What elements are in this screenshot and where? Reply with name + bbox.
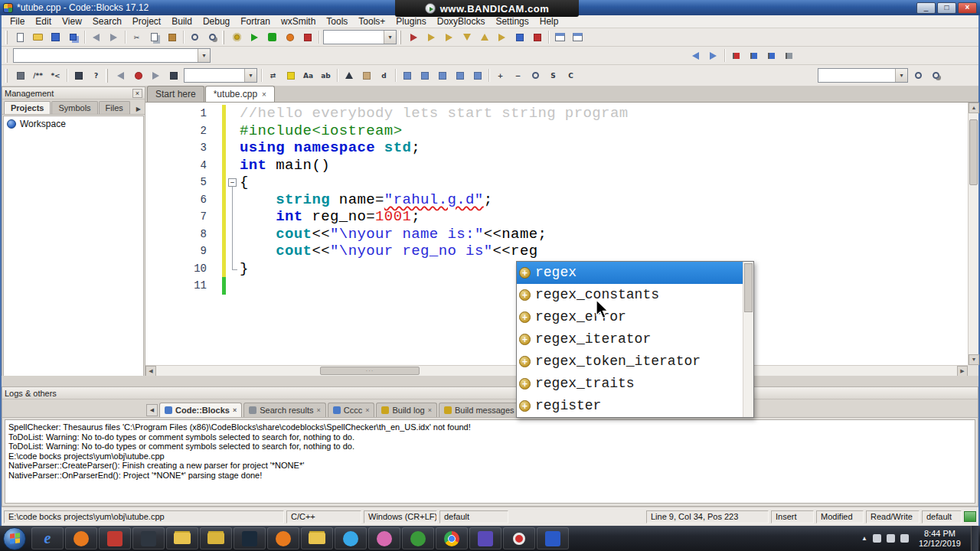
undo-button[interactable] (87, 30, 105, 45)
close-panel-button[interactable]: × (132, 89, 142, 98)
next-line-button[interactable] (440, 30, 458, 45)
spell-check-button[interactable]: ab (317, 68, 335, 83)
taskbar-app-folder-2[interactable] (301, 527, 333, 549)
close-tab-icon[interactable]: × (262, 90, 266, 99)
open-file-button[interactable] (29, 30, 47, 45)
scroll-down-icon[interactable]: ▼ (969, 354, 979, 365)
hidden-icons-button[interactable]: ▲ (861, 535, 867, 542)
close-tab-icon[interactable]: × (316, 406, 320, 414)
minimize-button[interactable]: _ (916, 2, 936, 14)
replace-button[interactable] (204, 30, 221, 45)
management-tab-projects[interactable]: Projects (4, 101, 51, 114)
taskbar-app-internet-explorer[interactable]: e (31, 527, 64, 549)
doxyblocks-comment-button[interactable]: /** (29, 68, 47, 83)
forward-button[interactable] (704, 48, 722, 64)
tray-icon[interactable] (873, 534, 881, 543)
close-button[interactable]: × (958, 2, 977, 14)
taskbar-app-media-app[interactable] (469, 527, 501, 549)
taskbar-app-folder[interactable] (166, 527, 198, 549)
cscope-button[interactable]: C (562, 68, 580, 83)
highlight-language-button[interactable]: Aa (299, 68, 317, 83)
taskbar-clock[interactable]: 8:44 PM 12/12/2019 (914, 529, 965, 549)
taskbar-app-record[interactable] (503, 527, 535, 549)
taskbar-app-skype[interactable] (335, 527, 367, 549)
clear-bookmarks-button[interactable] (780, 48, 798, 64)
log-tab-cccc[interactable]: Cccc× (328, 403, 375, 417)
autocomplete-item-register[interactable]: +register (517, 395, 743, 417)
menu-item-debug[interactable]: Debug (198, 15, 235, 28)
print-button[interactable] (11, 68, 29, 83)
various-info-button[interactable] (569, 30, 586, 45)
editor-tab-start-here[interactable]: Start here (147, 86, 204, 102)
help-button[interactable]: ? (87, 68, 105, 83)
fortran-prev-button[interactable] (112, 68, 129, 83)
vertical-scroll-thumb[interactable] (969, 119, 978, 185)
search-combo[interactable]: ▾ (818, 68, 908, 83)
taskbar-app-paint[interactable] (368, 527, 400, 549)
tab-overflow-icon[interactable]: ▶ (134, 106, 143, 114)
build-target-combo[interactable]: ▾ (323, 30, 397, 44)
incremental-search-button[interactable] (910, 68, 927, 83)
abort-build-button[interactable] (299, 30, 316, 45)
autocomplete-item-regex[interactable]: +regex (517, 262, 743, 284)
scroll-left-icon[interactable]: ◀ (145, 366, 156, 377)
close-tab-icon[interactable]: × (365, 406, 369, 414)
fortran-target-combo[interactable]: ▾ (184, 68, 257, 83)
pointer-tool-button[interactable] (340, 68, 358, 83)
compiler-target-combo[interactable]: ▾ (13, 48, 211, 63)
taskbar-app-red-app[interactable] (99, 527, 131, 549)
thread-search-button[interactable]: S (544, 68, 562, 83)
menu-item-build[interactable]: Build (166, 15, 198, 28)
wxsmith-edit-button[interactable] (358, 68, 375, 83)
autocomplete-item-regex_token_iterator[interactable]: +regex_token_iterator (517, 350, 743, 373)
next-bookmark-button[interactable] (763, 48, 780, 64)
taskbar-app-file-explorer[interactable] (200, 527, 232, 549)
tab-scroll-left-button[interactable]: ◀ (146, 404, 158, 416)
close-tab-icon[interactable]: × (428, 406, 432, 414)
autocomplete-item-regex_constants[interactable]: +regex_constants (517, 284, 743, 306)
copy-button[interactable] (145, 30, 163, 45)
autocomplete-item-regex_traits[interactable]: +regex_traits (517, 373, 743, 395)
menu-item-tools[interactable]: Tools (321, 15, 353, 28)
menu-item-settings[interactable]: Settings (490, 15, 534, 28)
build-button[interactable] (228, 30, 246, 45)
stop-debugger-button[interactable] (528, 30, 546, 45)
fortran-stop-button[interactable] (129, 68, 147, 83)
wxsmith-tool-4-button[interactable] (451, 68, 469, 83)
doxyblocks-extract-button[interactable]: *< (47, 68, 64, 83)
management-tab-symbols[interactable]: Symbols (51, 101, 97, 114)
log-tab-build-log[interactable]: Build log× (376, 403, 436, 417)
run-to-cursor-button[interactable] (423, 30, 440, 45)
autocomplete-item-regex_iterator[interactable]: +regex_iterator (517, 328, 743, 350)
rebuild-button[interactable] (281, 30, 299, 45)
menu-item-view[interactable]: View (57, 15, 87, 28)
menu-item-doxyblocks[interactable]: DoxyBlocks (432, 15, 491, 28)
fold-toggle[interactable]: − (226, 174, 240, 191)
break-debugger-button[interactable] (511, 30, 528, 45)
log-tab-code-blocks[interactable]: Code::Blocks× (159, 403, 242, 417)
management-tab-files[interactable]: Files (99, 101, 130, 114)
fortran-break-button[interactable] (165, 68, 182, 83)
scroll-up-icon[interactable]: ▲ (969, 103, 979, 113)
vertical-scrollbar[interactable]: ▲ ▼ (968, 103, 978, 365)
wxsmith-tool-5-button[interactable] (469, 68, 486, 83)
menu-item-search[interactable]: Search (87, 15, 127, 28)
wxsmith-preview-button[interactable]: d (375, 68, 393, 83)
toggle-bookmark-button[interactable] (727, 48, 745, 64)
step-out-button[interactable] (475, 30, 493, 45)
wxsmith-tool-2-button[interactable] (416, 68, 433, 83)
build-and-run-button[interactable] (263, 30, 281, 45)
highlight-occurrences-button[interactable] (282, 68, 299, 83)
keybinder-button[interactable] (70, 68, 87, 83)
menu-item-plugins[interactable]: Plugins (390, 15, 431, 28)
prev-bookmark-button[interactable] (745, 48, 763, 64)
menu-item-help[interactable]: Help (534, 15, 564, 28)
run-button[interactable] (246, 30, 263, 45)
zoom-out-button[interactable]: − (509, 68, 527, 83)
paste-button[interactable] (163, 30, 181, 45)
menu-item-fortran[interactable]: Fortran (235, 15, 276, 28)
search-options-button[interactable] (927, 68, 945, 83)
log-tab-search-results[interactable]: Search results× (243, 403, 326, 417)
log-tab-build-messages[interactable]: Build messages× (439, 403, 527, 417)
taskbar-app-chrome[interactable] (436, 527, 468, 549)
